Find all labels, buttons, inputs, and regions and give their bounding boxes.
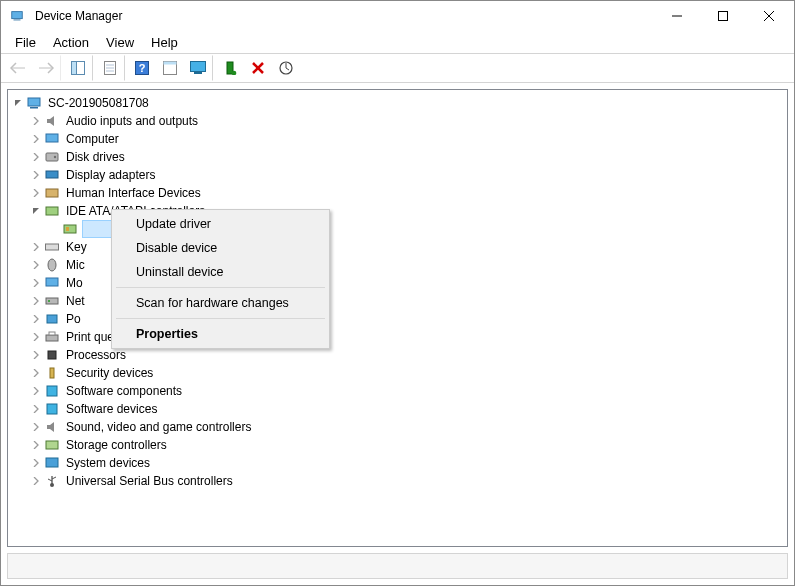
- uninstall-device-button[interactable]: [245, 55, 271, 81]
- chevron-right-icon[interactable]: [28, 369, 44, 377]
- close-button[interactable]: [746, 1, 792, 31]
- tree-node-usb[interactable]: Universal Serial Bus controllers: [8, 472, 787, 490]
- tree-node-audio[interactable]: Audio inputs and outputs: [8, 112, 787, 130]
- svg-point-29: [54, 156, 56, 158]
- properties-button[interactable]: [97, 55, 125, 81]
- chevron-right-icon[interactable]: [28, 189, 44, 197]
- tree-root-label: SC-201905081708: [46, 94, 151, 112]
- menu-separator: [116, 318, 325, 319]
- chevron-right-icon[interactable]: [28, 441, 44, 449]
- minimize-button[interactable]: [654, 1, 700, 31]
- ports-icon: [44, 311, 60, 327]
- computer-icon: [26, 95, 42, 111]
- chevron-right-icon[interactable]: [28, 405, 44, 413]
- menu-scan-hardware[interactable]: Scan for hardware changes: [114, 291, 327, 315]
- svg-rect-30: [46, 171, 58, 178]
- svg-rect-26: [30, 107, 38, 109]
- chevron-right-icon[interactable]: [28, 423, 44, 431]
- svg-rect-28: [46, 153, 58, 161]
- svg-rect-27: [46, 134, 58, 142]
- menu-properties[interactable]: Properties: [114, 322, 327, 346]
- device-tree[interactable]: SC-201905081708 Audio inputs and outputs…: [7, 89, 788, 547]
- network-icon: [44, 293, 60, 309]
- monitor-icon: [44, 275, 60, 291]
- svg-rect-33: [64, 225, 76, 233]
- chevron-right-icon[interactable]: [28, 459, 44, 467]
- tree-node-display[interactable]: Display adapters: [8, 166, 787, 184]
- svg-point-36: [48, 259, 56, 271]
- chevron-down-icon[interactable]: [28, 207, 44, 215]
- tree-node-sound[interactable]: Sound, video and game controllers: [8, 418, 787, 436]
- chevron-right-icon[interactable]: [28, 261, 44, 269]
- svg-rect-42: [49, 332, 55, 335]
- cpu-icon: [44, 347, 60, 363]
- forward-button[interactable]: [33, 55, 61, 81]
- storage-icon: [44, 437, 60, 453]
- menu-view[interactable]: View: [98, 33, 142, 52]
- svg-text:?: ?: [139, 62, 146, 74]
- svg-rect-43: [48, 351, 56, 359]
- svg-rect-44: [50, 368, 54, 378]
- help-button[interactable]: ?: [129, 55, 155, 81]
- chevron-right-icon[interactable]: [28, 135, 44, 143]
- chevron-down-icon[interactable]: [10, 99, 26, 107]
- svg-rect-40: [47, 315, 57, 323]
- tree-node-ide-child-label: [82, 220, 114, 238]
- back-button[interactable]: [5, 55, 31, 81]
- menu-help[interactable]: Help: [143, 33, 186, 52]
- menu-file[interactable]: File: [7, 33, 44, 52]
- speaker-icon: [44, 113, 60, 129]
- chevron-right-icon[interactable]: [28, 171, 44, 179]
- usb-icon: [44, 473, 60, 489]
- scan-hardware-button[interactable]: [273, 55, 299, 81]
- svg-rect-3: [719, 12, 728, 21]
- svg-rect-31: [46, 189, 58, 197]
- status-bar: [7, 553, 788, 579]
- svg-rect-37: [46, 278, 58, 286]
- menu-action[interactable]: Action: [45, 33, 97, 52]
- ide-device-icon: [62, 221, 78, 237]
- menubar: File Action View Help: [1, 31, 794, 53]
- printer-icon: [44, 329, 60, 345]
- svg-rect-41: [46, 335, 58, 341]
- chevron-right-icon[interactable]: [28, 351, 44, 359]
- menu-separator: [116, 287, 325, 288]
- tree-node-hid[interactable]: Human Interface Devices: [8, 184, 787, 202]
- system-device-icon: [44, 455, 60, 471]
- monitor-button[interactable]: [185, 55, 213, 81]
- chevron-right-icon[interactable]: [28, 153, 44, 161]
- ide-controller-icon: [44, 203, 60, 219]
- chevron-right-icon[interactable]: [28, 477, 44, 485]
- enable-device-button[interactable]: [217, 55, 243, 81]
- mouse-icon: [44, 257, 60, 273]
- chevron-right-icon[interactable]: [28, 117, 44, 125]
- svg-rect-1: [14, 20, 21, 21]
- menu-uninstall-device[interactable]: Uninstall device: [114, 260, 327, 284]
- menu-disable-device[interactable]: Disable device: [114, 236, 327, 260]
- tree-node-sec[interactable]: Security devices: [8, 364, 787, 382]
- svg-rect-17: [164, 62, 177, 65]
- tree-node-computer[interactable]: Computer: [8, 130, 787, 148]
- tree-node-softc[interactable]: Software components: [8, 382, 787, 400]
- svg-rect-46: [47, 404, 57, 414]
- chevron-right-icon[interactable]: [28, 315, 44, 323]
- tree-root[interactable]: SC-201905081708: [8, 94, 787, 112]
- chevron-right-icon[interactable]: [28, 279, 44, 287]
- maximize-button[interactable]: [700, 1, 746, 31]
- chevron-right-icon[interactable]: [28, 243, 44, 251]
- chevron-right-icon[interactable]: [28, 387, 44, 395]
- show-hide-tree-button[interactable]: [65, 55, 93, 81]
- tree-node-disk[interactable]: Disk drives: [8, 148, 787, 166]
- monitor-icon: [44, 131, 60, 147]
- keyboard-icon: [44, 239, 60, 255]
- chevron-right-icon[interactable]: [28, 297, 44, 305]
- menu-update-driver[interactable]: Update driver: [114, 212, 327, 236]
- tree-node-system[interactable]: System devices: [8, 454, 787, 472]
- tree-node-softd[interactable]: Software devices: [8, 400, 787, 418]
- svg-rect-32: [46, 207, 58, 215]
- svg-rect-19: [194, 72, 202, 74]
- display-adapter-icon: [44, 167, 60, 183]
- tree-node-storage[interactable]: Storage controllers: [8, 436, 787, 454]
- chevron-right-icon[interactable]: [28, 333, 44, 341]
- options-button[interactable]: [157, 55, 183, 81]
